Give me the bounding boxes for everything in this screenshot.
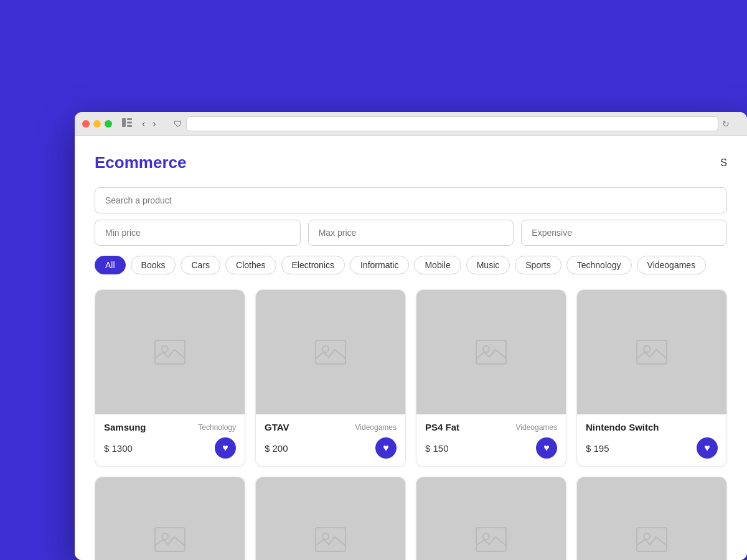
- svg-rect-6: [316, 340, 345, 364]
- minimize-button[interactable]: [93, 120, 101, 128]
- back-button[interactable]: ‹: [139, 117, 148, 131]
- category-cars[interactable]: Cars: [181, 256, 220, 274]
- category-mobile[interactable]: Mobile: [414, 256, 461, 274]
- category-electronics[interactable]: Electronics: [281, 256, 345, 274]
- product-name: Nintendo Switch: [586, 422, 659, 432]
- category-books[interactable]: Books: [131, 256, 176, 274]
- product-price-row: $ 200 ♥: [265, 437, 397, 459]
- product-card-nintendo: Nintendo Switch $ 195 ♥: [576, 289, 727, 467]
- close-button[interactable]: [82, 120, 90, 128]
- product-image-r2c1: [95, 477, 245, 560]
- forward-button[interactable]: ›: [150, 117, 158, 131]
- svg-point-7: [322, 346, 329, 352]
- product-card-ps4: PS4 Fat Videogames $ 150 ♥: [416, 289, 566, 467]
- product-image-nintendo: [577, 290, 726, 414]
- product-card-row2-3: [416, 477, 566, 560]
- product-category: Technology: [198, 423, 236, 432]
- sidebar-toggle-icon[interactable]: [122, 118, 132, 129]
- page-content-area: Ecommerce S All Books Cars Clothes Elect…: [75, 136, 747, 560]
- product-title-row: PS4 Fat Videogames: [425, 422, 557, 432]
- svg-rect-14: [316, 528, 345, 551]
- product-name: Samsung: [104, 422, 146, 432]
- product-image-r2c3: [416, 477, 566, 560]
- svg-point-13: [162, 533, 168, 539]
- products-grid: Samsung Technology $ 1300 ♥: [95, 289, 727, 560]
- product-price: $ 195: [586, 443, 609, 454]
- svg-rect-18: [637, 528, 667, 551]
- svg-rect-12: [155, 528, 185, 551]
- filter-row: [95, 220, 727, 246]
- svg-point-11: [644, 346, 650, 352]
- product-card-row2-4: [576, 477, 727, 560]
- address-input[interactable]: [186, 116, 718, 131]
- category-music[interactable]: Music: [466, 256, 510, 274]
- svg-rect-1: [127, 118, 132, 120]
- browser-content: Ecommerce S All Books Cars Clothes Elect…: [75, 136, 747, 560]
- product-card-gtav: GTAV Videogames $ 200 ♥: [255, 289, 406, 467]
- product-title-row: Nintendo Switch: [586, 422, 718, 432]
- product-title-row: Samsung Technology: [104, 422, 236, 432]
- favorite-button-samsung[interactable]: ♥: [215, 437, 236, 459]
- category-sports[interactable]: Sports: [515, 256, 561, 274]
- category-technology[interactable]: Technology: [566, 256, 632, 274]
- product-price-row: $ 1300 ♥: [104, 437, 236, 459]
- refresh-icon[interactable]: ↻: [722, 119, 730, 129]
- svg-point-19: [644, 533, 650, 539]
- page-header: Ecommerce S: [95, 153, 727, 172]
- svg-rect-2: [127, 122, 132, 124]
- favorite-button-ps4[interactable]: ♥: [536, 437, 557, 459]
- svg-rect-3: [127, 125, 132, 127]
- product-image-r2c2: [256, 477, 405, 560]
- product-image-samsung: [95, 290, 245, 414]
- product-name: PS4 Fat: [425, 422, 459, 432]
- search-input[interactable]: [95, 187, 727, 213]
- product-image-gtav: [256, 290, 405, 414]
- browser-window: ‹ › 🛡 ↻ Ecommerce S: [75, 112, 747, 560]
- min-price-input[interactable]: [95, 220, 301, 246]
- product-price: $ 150: [425, 443, 449, 454]
- product-info-samsung: Samsung Technology $ 1300 ♥: [95, 414, 245, 466]
- page-title: Ecommerce: [95, 153, 186, 172]
- favorite-button-nintendo[interactable]: ♥: [697, 437, 718, 459]
- product-category: Videogames: [516, 423, 558, 432]
- product-price-row: $ 150 ♥: [425, 437, 557, 459]
- product-info-nintendo: Nintendo Switch $ 195 ♥: [577, 414, 726, 466]
- svg-point-17: [483, 533, 489, 539]
- svg-rect-8: [476, 340, 506, 364]
- address-bar-container: 🛡 ↻: [174, 116, 730, 131]
- category-videogames[interactable]: Videogames: [637, 256, 707, 274]
- product-price-row: $ 195 ♥: [586, 437, 718, 459]
- product-price: $ 200: [265, 443, 288, 454]
- product-title-row: GTAV Videogames: [265, 422, 397, 432]
- product-image-r2c4: [577, 477, 726, 560]
- traffic-lights: [82, 120, 112, 128]
- favorite-button-gtav[interactable]: ♥: [375, 437, 397, 459]
- svg-point-15: [322, 533, 329, 539]
- categories-bar: All Books Cars Clothes Electronics Infor…: [95, 256, 727, 274]
- category-informatic[interactable]: Informatic: [350, 256, 409, 274]
- search-section: [95, 187, 727, 246]
- product-card-samsung: Samsung Technology $ 1300 ♥: [95, 289, 245, 467]
- product-card-row2-1: [95, 477, 245, 560]
- product-image-ps4: [416, 290, 566, 414]
- header-action[interactable]: S: [720, 157, 727, 169]
- browser-titlebar: ‹ › 🛡 ↻: [75, 112, 747, 136]
- svg-point-9: [483, 346, 489, 352]
- product-card-row2-2: [255, 477, 406, 560]
- maximize-button[interactable]: [105, 120, 112, 128]
- nav-arrows: ‹ ›: [139, 117, 159, 131]
- category-clothes[interactable]: Clothes: [225, 256, 276, 274]
- shield-icon: 🛡: [174, 119, 182, 129]
- product-name: GTAV: [265, 422, 289, 432]
- product-price: $ 1300: [104, 443, 133, 454]
- svg-rect-16: [476, 528, 506, 551]
- product-info-gtav: GTAV Videogames $ 200 ♥: [256, 414, 405, 466]
- product-info-ps4: PS4 Fat Videogames $ 150 ♥: [416, 414, 566, 466]
- svg-rect-4: [155, 340, 185, 364]
- category-all[interactable]: All: [95, 256, 126, 274]
- max-price-input[interactable]: [308, 220, 514, 246]
- svg-rect-0: [122, 118, 126, 127]
- sort-input[interactable]: [521, 220, 727, 246]
- svg-point-5: [162, 346, 168, 352]
- product-category: Videogames: [355, 423, 397, 432]
